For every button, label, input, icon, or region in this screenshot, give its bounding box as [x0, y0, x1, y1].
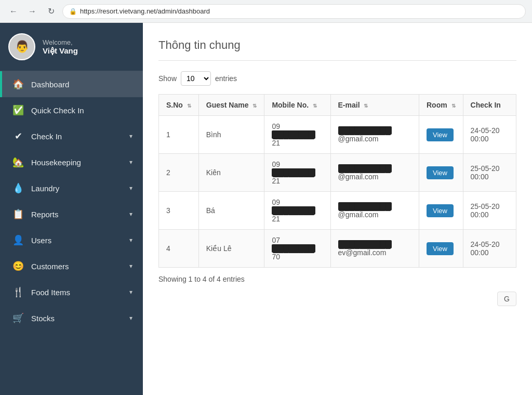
sidebar: 👨 Welcome, Việt Vang 🏠 Dashboard ✅ Quick… — [0, 23, 143, 395]
sidebar-label-housekeeping: Housekeeping — [31, 158, 81, 167]
sidebar-label-dashboard: Dashboard — [31, 80, 69, 89]
food-items-icon: 🍴 — [12, 286, 24, 298]
sort-icon: ⇅ — [364, 103, 368, 109]
cell-sno: 3 — [159, 192, 199, 230]
reports-icon: 📋 — [12, 208, 24, 220]
app-container: 👨 Welcome, Việt Vang 🏠 Dashboard ✅ Quick… — [0, 23, 532, 395]
quick-checkin-icon: ✅ — [12, 104, 24, 116]
cell-sno: 4 — [159, 230, 199, 268]
sort-icon: ⇅ — [187, 103, 191, 109]
cell-sno: 1 — [159, 116, 199, 154]
chevron-down-icon: ▾ — [129, 185, 132, 192]
sort-icon: ⇅ — [451, 103, 456, 109]
username: Việt Vang — [43, 46, 78, 56]
chevron-down-icon: ▾ — [129, 133, 132, 140]
pagination-next-button[interactable]: G — [497, 292, 516, 306]
entries-select[interactable]: 10 25 50 100 — [181, 71, 211, 86]
sidebar-item-check-in[interactable]: ✔ Check In ▾ — [0, 123, 143, 149]
cell-room[interactable]: View — [419, 116, 463, 154]
main-content: Thông tin chung Show 10 25 50 100 entrie… — [143, 23, 532, 395]
col-header-room: Room ⇅ — [419, 95, 463, 116]
pagination-area: G — [158, 292, 516, 306]
col-header-sno: S.No ⇅ — [159, 95, 199, 116]
cell-guest-name: Bình — [198, 116, 264, 154]
view-button[interactable]: View — [427, 242, 454, 255]
col-header-email: E-mail ⇅ — [330, 95, 419, 116]
sidebar-item-users[interactable]: 👤 Users ▾ — [0, 227, 143, 253]
table-row: 1 Bình 09████████21 ██████████@gmail.com… — [159, 116, 516, 154]
chevron-down-icon: ▾ — [129, 159, 132, 166]
cell-guest-name: Kiên — [198, 154, 264, 192]
sidebar-label-food-items: Food Items — [31, 288, 70, 297]
avatar: 👨 — [8, 33, 35, 60]
cell-email: ██████████@gmail.com — [330, 116, 419, 154]
url-text: https://resort.vietvang.net/admin/dashbo… — [80, 7, 210, 15]
show-label: Show — [158, 74, 177, 83]
forward-button[interactable]: → — [25, 4, 39, 19]
col-header-mobile: Mobile No. ⇅ — [264, 95, 330, 116]
cell-guest-name: Bá — [198, 192, 264, 230]
welcome-text: Welcome, — [43, 38, 78, 46]
table-row: 4 Kiều Lê 07████████70 ██████████ev@gmai… — [159, 230, 516, 268]
cell-room[interactable]: View — [419, 154, 463, 192]
cell-guest-name: Kiều Lê — [198, 230, 264, 268]
cell-email: ██████████ev@gmail.com — [330, 230, 419, 268]
sidebar-item-quick-check-in[interactable]: ✅ Quick Check In — [0, 97, 143, 123]
sidebar-item-housekeeping[interactable]: 🏡 Housekeeping ▾ — [0, 149, 143, 175]
sidebar-label-reports: Reports — [31, 210, 59, 219]
sidebar-label-laundry: Laundry — [31, 184, 59, 193]
sidebar-item-food-items[interactable]: 🍴 Food Items ▾ — [0, 279, 143, 305]
sidebar-header: 👨 Welcome, Việt Vang — [0, 23, 143, 71]
sidebar-item-laundry[interactable]: 💧 Laundry ▾ — [0, 175, 143, 201]
cell-checkin: 25-05-20 00:00 — [463, 192, 516, 230]
sidebar-label-check-in: Check In — [31, 132, 62, 141]
sidebar-item-dashboard[interactable]: 🏠 Dashboard — [0, 71, 143, 97]
sidebar-item-reports[interactable]: 📋 Reports ▾ — [0, 201, 143, 227]
stocks-icon: 🛒 — [12, 312, 24, 324]
view-button[interactable]: View — [427, 166, 454, 179]
sidebar-item-customers[interactable]: 😊 Customers ▾ — [0, 253, 143, 279]
sidebar-label-quick-check-in: Quick Check In — [31, 106, 84, 115]
sidebar-label-users: Users — [31, 236, 51, 245]
col-header-guest-name: Guest Name ⇅ — [198, 95, 264, 116]
checkin-icon: ✔ — [12, 130, 24, 142]
cell-checkin: 24-05-20 00:00 — [463, 116, 516, 154]
chevron-down-icon: ▾ — [129, 314, 132, 322]
cell-mobile: 07████████70 — [264, 230, 330, 268]
chevron-down-icon: ▾ — [129, 236, 132, 244]
refresh-button[interactable]: ↻ — [44, 4, 58, 19]
cell-checkin: 24-05-20 00:00 — [463, 230, 516, 268]
showing-text: Showing 1 to 4 of 4 entries — [158, 275, 516, 283]
view-button[interactable]: View — [427, 128, 454, 141]
cell-mobile: 09████████21 — [264, 154, 330, 192]
col-header-checkin: Check In — [463, 95, 516, 116]
page-divider — [158, 60, 516, 61]
chevron-down-icon: ▾ — [129, 262, 132, 270]
page-title: Thông tin chung — [158, 38, 516, 52]
address-bar[interactable]: 🔒 https://resort.vietvang.net/admin/dash… — [62, 4, 526, 19]
laundry-icon: 💧 — [12, 182, 24, 194]
browser-chrome: ← → ↻ 🔒 https://resort.vietvang.net/admi… — [0, 0, 532, 23]
table-row: 2 Kiên 09████████21 ██████████@gmail.com… — [159, 154, 516, 192]
data-table: S.No ⇅ Guest Name ⇅ Mobile No. ⇅ E-mail … — [158, 94, 516, 268]
cell-mobile: 09████████21 — [264, 192, 330, 230]
lock-icon: 🔒 — [69, 8, 77, 15]
cell-room[interactable]: View — [419, 230, 463, 268]
housekeeping-icon: 🏡 — [12, 156, 24, 168]
cell-email: ██████████@gmail.com — [330, 154, 419, 192]
sidebar-item-stocks[interactable]: 🛒 Stocks ▾ — [0, 305, 143, 331]
customers-icon: 😊 — [12, 260, 24, 272]
table-row: 3 Bá 09████████21 ██████████@gmail.com V… — [159, 192, 516, 230]
table-controls: Show 10 25 50 100 entries — [158, 71, 516, 86]
sort-icon: ⇅ — [313, 103, 317, 109]
cell-sno: 2 — [159, 154, 199, 192]
sort-icon: ⇅ — [252, 103, 257, 109]
chevron-down-icon: ▾ — [129, 288, 132, 296]
entries-label: entries — [215, 74, 237, 83]
back-button[interactable]: ← — [6, 4, 21, 19]
sidebar-label-stocks: Stocks — [31, 314, 55, 323]
cell-room[interactable]: View — [419, 192, 463, 230]
cell-mobile: 09████████21 — [264, 116, 330, 154]
view-button[interactable]: View — [427, 204, 454, 217]
chevron-down-icon: ▾ — [129, 210, 132, 218]
